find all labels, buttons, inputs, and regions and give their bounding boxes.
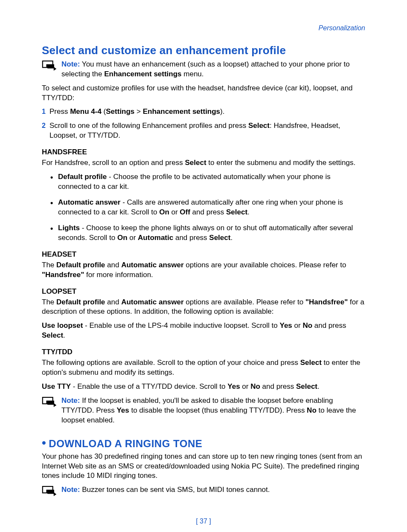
intro-paragraph: To select and customize profiles for use…: [42, 84, 365, 103]
tty-text-1: The following options are available. Scr…: [42, 358, 365, 378]
subheading-headset: HEADSET: [42, 250, 365, 260]
note-icon: [42, 396, 61, 408]
page-title: Select and customize an enhancement prof…: [42, 43, 365, 58]
note-text: Note: You must have an enhancement (such…: [61, 60, 365, 79]
heading-download-ringing-tone: •DOWNLOAD A RINGING TONE: [42, 435, 365, 451]
note-buzzer-tones: Note: Buzzer tones can be sent via SMS, …: [42, 485, 365, 497]
option-lights: Lights - Choose to keep the phone lights…: [50, 223, 365, 243]
note-text: Note: If the loopset is enabled, you'll …: [61, 396, 365, 425]
note-icon: [42, 485, 61, 497]
handsfree-intro: For Handsfree, scroll to an option and p…: [42, 158, 365, 168]
steps-list: 1 Press Menu 4-4 (Settings > Enhancement…: [42, 107, 365, 141]
loopset-text-2: Use loopset - Enable use of the LPS-4 mo…: [42, 321, 365, 341]
step-1: 1 Press Menu 4-4 (Settings > Enhancement…: [42, 107, 365, 117]
note-loopset-disable: Note: If the loopset is enabled, you'll …: [42, 396, 365, 425]
option-default-profile: Default profile - Choose the profile to …: [50, 172, 365, 192]
loopset-text-1: The Default profile and Automatic answer…: [42, 298, 365, 317]
header-section-label: Personalization: [42, 23, 365, 33]
tty-text-2: Use TTY - Enable the use of a TTY/TDD de…: [42, 382, 365, 392]
headset-text: The Default profile and Automatic answer…: [42, 260, 365, 280]
option-automatic-answer: Automatic answer - Calls are answered au…: [50, 198, 365, 217]
download-text: Your phone has 30 predefined ringing ton…: [42, 452, 365, 481]
subheading-handsfree: HANDSFREE: [42, 147, 365, 157]
page-number: [ 37 ]: [42, 517, 365, 526]
subheading-tty: TTY/TDD: [42, 347, 365, 357]
note-text: Note: Buzzer tones can be sent via SMS, …: [61, 485, 365, 495]
note-icon: [42, 60, 61, 72]
note-enhancement-required: Note: You must have an enhancement (such…: [42, 60, 365, 79]
step-2: 2 Scroll to one of the following Enhance…: [42, 121, 365, 141]
subheading-loopset: LOOPSET: [42, 287, 365, 297]
handsfree-options: Default profile - Choose the profile to …: [42, 172, 365, 243]
